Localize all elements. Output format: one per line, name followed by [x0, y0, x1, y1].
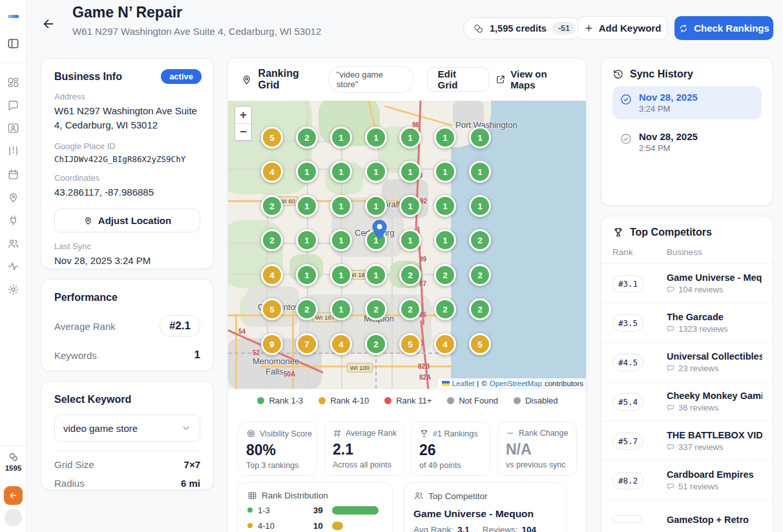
credits-pill[interactable]: 1,595 credits -51: [463, 17, 583, 39]
back-button[interactable]: [41, 17, 57, 32]
grid-rank-marker[interactable]: 4: [434, 333, 456, 355]
competitor-rank-badge: #4.5: [612, 354, 643, 371]
grid-rank-marker[interactable]: 4: [261, 264, 283, 286]
grid-rank-marker[interactable]: 1: [365, 161, 387, 183]
grid-rank-marker[interactable]: 1: [434, 229, 456, 251]
grid-rank-marker[interactable]: 1: [469, 195, 491, 217]
keyword-dropdown[interactable]: video game store: [54, 414, 200, 442]
grid-rank-marker[interactable]: 2: [261, 229, 283, 251]
competitor-row[interactable]: GameStop + Retro: [601, 500, 773, 532]
leaflet-link[interactable]: Leaflet: [452, 380, 475, 387]
grid-rank-marker[interactable]: 1: [434, 195, 456, 217]
ranking-grid-map[interactable]: Port WashingtonGraftonCedarburgGermantow…: [228, 101, 587, 389]
grid-rank-marker[interactable]: 1: [296, 195, 318, 217]
grid-rank-marker[interactable]: 1: [296, 161, 318, 183]
grid-rank-marker[interactable]: 1: [399, 161, 421, 183]
grid-rank-marker[interactable]: 1: [399, 195, 421, 217]
grid-rank-marker[interactable]: 1: [330, 298, 352, 320]
contact-card-icon[interactable]: [0, 118, 26, 138]
rail-credits[interactable]: 1595: [0, 452, 26, 472]
grid-rank-marker[interactable]: 1: [434, 161, 456, 183]
review-bubble-icon: [667, 404, 675, 412]
zoom-out-button[interactable]: −: [235, 123, 251, 140]
view-on-maps-button[interactable]: View on Maps: [496, 68, 573, 90]
sidebar-toggle-icon[interactable]: [0, 34, 26, 53]
competitor-row[interactable]: #4.5Universal Collectibles23 reviews: [601, 343, 773, 382]
grid-rank-marker[interactable]: 1: [365, 195, 387, 217]
milestones-icon[interactable]: [0, 141, 26, 160]
grid-rank-marker[interactable]: 2: [296, 298, 318, 320]
map-road-ref: 50A: [284, 371, 295, 378]
grid-rank-marker[interactable]: 4: [261, 161, 283, 183]
chat-icon[interactable]: [0, 96, 26, 115]
check-circle-icon: [620, 93, 632, 106]
business-location-pin[interactable]: [372, 220, 387, 240]
sync-item-text: Nov 28, 20253:24 PM: [639, 92, 698, 114]
edit-grid-button[interactable]: Edit Grid: [427, 67, 489, 92]
grid-rank-marker[interactable]: 1: [330, 161, 352, 183]
distribution-bar-fill: [332, 506, 379, 515]
grid-rank-marker[interactable]: 1: [330, 229, 352, 251]
zoom-in-button[interactable]: +: [235, 107, 251, 123]
competitor-row[interactable]: #5.4Cheeky Monkey Gaming36 reviews: [601, 382, 773, 422]
grid-rank-marker[interactable]: 2: [296, 127, 318, 148]
competitor-row[interactable]: #8.2Cardboard Empires51 reviews: [601, 461, 773, 500]
grid-rank-marker[interactable]: 2: [365, 333, 387, 355]
add-keyword-button[interactable]: Add Keyword: [578, 16, 667, 40]
rank-distribution-row: 4-1010: [247, 520, 383, 531]
competitor-row[interactable]: #3.5The Garcade1323 reviews: [601, 303, 773, 343]
map-header: Ranking Grid "video game store" Edit Gri…: [228, 58, 586, 101]
grid-rank-marker[interactable]: 2: [469, 264, 491, 286]
grid-rank-marker[interactable]: 2: [434, 298, 456, 320]
grid-rank-marker[interactable]: 2: [399, 264, 421, 286]
grid-rank-marker[interactable]: 1: [469, 161, 491, 183]
settings-gear-icon[interactable]: [0, 280, 26, 299]
grid-rank-marker[interactable]: 2: [469, 298, 491, 320]
adjust-location-button[interactable]: Adjust Location: [54, 209, 200, 232]
grid-rank-marker[interactable]: 1: [330, 195, 352, 217]
activity-icon[interactable]: [0, 256, 26, 276]
grid-rank-marker[interactable]: 1: [469, 127, 491, 148]
sync-history-item[interactable]: Nov 28, 20252:54 PM: [612, 125, 762, 159]
calendar-icon[interactable]: [0, 165, 26, 184]
avatar[interactable]: [5, 509, 22, 526]
grid-rank-marker[interactable]: 1: [330, 127, 352, 148]
competitor-row[interactable]: #5.7THE BATTLEBOX VIDEO ...337 reviews: [601, 422, 773, 461]
integrations-plug-icon[interactable]: [0, 210, 26, 230]
grid-rank-marker[interactable]: 1: [330, 264, 352, 286]
osm-link[interactable]: OpenStreetMap: [490, 380, 542, 387]
grid-rank-marker[interactable]: 9: [261, 333, 283, 355]
team-people-icon[interactable]: [0, 234, 26, 253]
grid-rank-marker[interactable]: 5: [469, 333, 491, 355]
grid-rank-marker[interactable]: 5: [261, 298, 283, 320]
grid-rank-marker[interactable]: 1: [399, 229, 421, 251]
grid-rank-marker[interactable]: 1: [365, 127, 387, 148]
distribution-dot: [247, 523, 253, 528]
target-icon: [246, 429, 256, 438]
location-pin-icon[interactable]: [0, 187, 26, 207]
stat-label: Rank Change: [519, 429, 568, 438]
grid-rank-marker[interactable]: 1: [365, 264, 387, 286]
grid-rank-marker[interactable]: 1: [296, 264, 318, 286]
collapse-sidebar-button[interactable]: [4, 486, 23, 505]
grid-rank-marker[interactable]: 2: [261, 195, 283, 217]
rank-distribution-card: Rank Distribution 1-3394-101011+0: [238, 482, 393, 532]
grid-rank-marker[interactable]: 5: [261, 127, 283, 148]
grid-rank-marker[interactable]: 1: [399, 127, 421, 148]
grid-rank-marker[interactable]: 4: [330, 333, 352, 355]
plus-icon: [584, 23, 594, 33]
competitor-row[interactable]: #3.1Game Universe - Mequon104 reviews: [601, 264, 773, 303]
dashboard-icon[interactable]: [0, 73, 26, 92]
grid-rank-marker[interactable]: 2: [469, 229, 491, 251]
grid-rank-marker[interactable]: 7: [296, 333, 318, 355]
grid-rank-marker[interactable]: 5: [399, 333, 421, 355]
grid-rank-marker[interactable]: 2: [434, 264, 456, 286]
sync-history-item[interactable]: Nov 28, 20253:24 PM: [612, 86, 762, 119]
grid-rank-marker[interactable]: 2: [399, 298, 421, 320]
grid-rank-marker[interactable]: 2: [365, 298, 387, 320]
grid-rank-marker[interactable]: 1: [434, 127, 456, 148]
check-rankings-button[interactable]: Check Rankings: [674, 16, 773, 40]
rail-credits-count: 1595: [0, 464, 26, 472]
sync-date: Nov 28, 2025: [639, 92, 698, 103]
grid-rank-marker[interactable]: 1: [296, 229, 318, 251]
